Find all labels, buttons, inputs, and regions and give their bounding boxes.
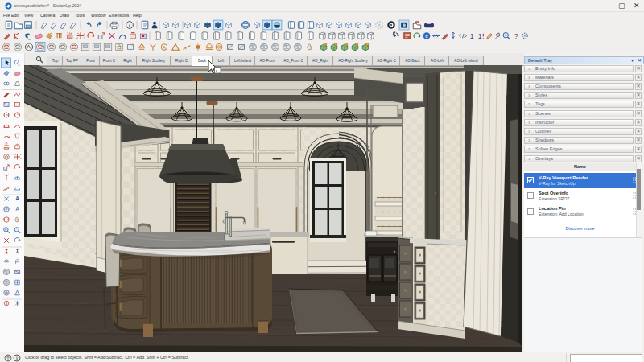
svg-text:A: A — [163, 45, 166, 50]
svg-text:?: ? — [514, 32, 518, 40]
svg-text:1: 1 — [478, 32, 482, 40]
svg-text:1: 1 — [470, 32, 474, 40]
svg-text:A: A — [15, 206, 19, 212]
svg-text:A: A — [15, 195, 19, 201]
svg-text:i: i — [16, 355, 18, 361]
svg-text:e: e — [425, 33, 428, 39]
